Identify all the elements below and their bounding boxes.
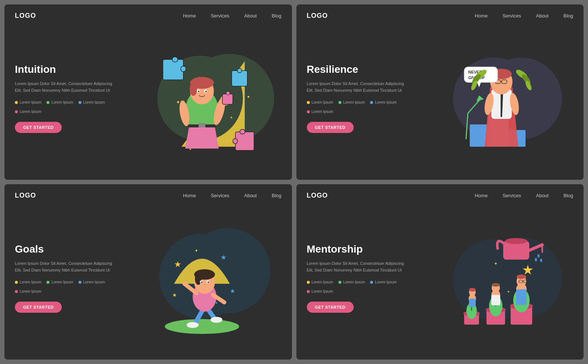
svg-point-61	[165, 319, 239, 334]
text-resilience: Resilience Lorem Ipsum Dolor Sit Amet, C…	[307, 27, 411, 169]
svg-point-116	[517, 274, 526, 279]
desc-intuition: Lorem Ipsum Dolor Sit Amet, Consectetuer…	[15, 81, 119, 94]
dot-bm	[370, 281, 373, 284]
dot-rl-3: Lorem Ipsum	[375, 100, 396, 104]
dot-bg	[78, 281, 81, 284]
nav-services-mentorship[interactable]: Services	[502, 193, 521, 198]
dot-r-3: Lorem Ipsum	[370, 100, 396, 104]
nav-home-resilience[interactable]: Home	[475, 13, 488, 19]
title-goals: Goals	[15, 243, 119, 255]
svg-rect-8	[240, 129, 245, 134]
dot-ml-3: Lorem Ipsum	[375, 280, 396, 284]
nav-services-intuition[interactable]: Services	[211, 13, 229, 19]
dot-ym	[307, 281, 310, 284]
nav-about-mentorship[interactable]: About	[536, 193, 549, 198]
dot-br	[370, 101, 373, 104]
nav-about-goals[interactable]: About	[244, 193, 257, 198]
dot-gr	[338, 101, 341, 104]
svg-point-25	[205, 91, 207, 92]
nav-goals: LOGO Home Services About Blog	[4, 184, 292, 207]
dot-g-3: Lorem Ipsum	[78, 280, 105, 284]
nav-links-goals: Home Services About Blog	[183, 193, 282, 198]
btn-started-resilience[interactable]: GET STARTED	[307, 122, 354, 133]
btn-started-intuition[interactable]: GET STARTED	[15, 122, 62, 133]
dot-blue-1	[78, 101, 81, 104]
dot-ml-1: Lorem Ipsum	[312, 280, 333, 284]
illus-goals: ★ ★ ★ ★ ✦ ✦	[119, 207, 282, 349]
svg-rect-113	[516, 289, 527, 305]
card-mentorship: LOGO Home Services About Blog Mentorship…	[296, 184, 584, 360]
dot-gm	[338, 281, 341, 284]
text-mentorship: Mentorship Lorem Ipsum Dolor Sit Amet, C…	[307, 207, 411, 349]
title-intuition: Intuition	[15, 64, 119, 75]
nav-home-mentorship[interactable]: Home	[475, 193, 488, 198]
nav-about-resilience[interactable]: About	[536, 13, 549, 19]
svg-intuition: ✦ ✦ ✦ ✦	[141, 39, 260, 158]
dot-yr	[307, 101, 310, 104]
dot-item-2: Lorem Ipsum	[46, 100, 73, 104]
nav-links-intuition: Home Services About Blog	[183, 13, 282, 19]
dot-gl-2: Lorem Ipsum	[51, 280, 73, 284]
svg-rect-107	[469, 299, 476, 307]
dot-r-1: Lorem Ipsum	[307, 100, 333, 104]
dot-g-4: Lorem Ipsum	[15, 289, 41, 293]
svg-goals: ★ ★ ★ ★ ✦ ✦	[141, 219, 260, 338]
nav-intuition: LOGO Home Services About Blog	[4, 4, 292, 27]
illus-resilience: 1	[411, 27, 573, 169]
dot-pr	[307, 110, 310, 113]
nav-blog-goals[interactable]: Blog	[271, 193, 281, 198]
dot-g-2: Lorem Ipsum	[46, 280, 73, 284]
nav-services-goals[interactable]: Services	[211, 193, 229, 198]
nav-links-resilience: Home Services About Blog	[475, 13, 573, 19]
svg-rect-4	[181, 66, 186, 72]
svg-rect-17	[222, 94, 233, 104]
card-intuition: LOGO Home Services About Blog Intuition …	[4, 4, 292, 180]
text-goals: Goals Lorem Ipsum Dolor Sit Amet, Consec…	[15, 207, 119, 349]
dot-yellow-1	[15, 101, 18, 104]
svg-point-80	[201, 282, 202, 283]
desc-mentorship: Lorem Ipsum Dolor Sit Amet, Consectetuer…	[307, 260, 411, 273]
nav-blog-resilience[interactable]: Blog	[563, 13, 573, 19]
desc-resilience: Lorem Ipsum Dolor Sit Amet, Consectetuer…	[307, 81, 411, 94]
content-goals: Goals Lorem Ipsum Dolor Sit Amet, Consec…	[4, 207, 292, 360]
dot-label-3: Lorem Ipsum	[83, 100, 105, 104]
dot-item-1: Lorem Ipsum	[15, 100, 41, 104]
dot-m-2: Lorem Ipsum	[338, 280, 365, 284]
svg-text:★: ★	[230, 288, 235, 294]
nav-services-resilience[interactable]: Services	[502, 13, 521, 19]
dot-item-3: Lorem Ipsum	[78, 100, 105, 104]
dot-gl-1: Lorem Ipsum	[20, 280, 41, 284]
svg-text:✦: ✦	[494, 261, 498, 266]
svg-resilience: 1	[433, 39, 552, 158]
title-resilience: Resilience	[307, 64, 411, 75]
svg-point-87	[537, 254, 540, 258]
logo-intuition: LOGO	[15, 12, 36, 20]
logo-goals: LOGO	[15, 192, 36, 199]
nav-home-goals[interactable]: Home	[183, 193, 196, 198]
svg-point-21	[190, 82, 197, 96]
dot-g-1: Lorem Ipsum	[15, 280, 41, 284]
dot-green-1	[46, 101, 49, 104]
nav-about-intuition[interactable]: About	[244, 13, 257, 19]
dot-r-4: Lorem Ipsum	[307, 110, 333, 114]
dot-yg	[15, 281, 18, 284]
dot-label-2: Lorem Ipsum	[51, 100, 73, 104]
illus-intuition: ✦ ✦ ✦ ✦	[119, 27, 282, 169]
btn-started-goals[interactable]: GET STARTED	[15, 302, 62, 313]
svg-point-24	[198, 91, 199, 92]
btn-started-mentorship[interactable]: GET STARTED	[307, 302, 354, 313]
card-goals: LOGO Home Services About Blog Goals Lore…	[4, 184, 292, 360]
dot-m-3: Lorem Ipsum	[370, 280, 396, 284]
nav-home-intuition[interactable]: Home	[183, 13, 196, 19]
svg-line-85	[529, 245, 542, 250]
svg-point-70	[187, 322, 199, 328]
svg-rect-18	[226, 91, 230, 95]
dot-item-4: Lorem Ipsum	[15, 110, 41, 114]
svg-point-114	[469, 288, 476, 292]
title-mentorship: Mentorship	[307, 243, 411, 255]
nav-blog-intuition[interactable]: Blog	[271, 13, 281, 19]
dot-ml-2: Lorem Ipsum	[343, 280, 365, 284]
nav-blog-mentorship[interactable]: Blog	[563, 193, 573, 198]
dot-label-1: Lorem Ipsum	[20, 100, 41, 104]
dot-gl-4: Lorem Ipsum	[20, 289, 41, 293]
